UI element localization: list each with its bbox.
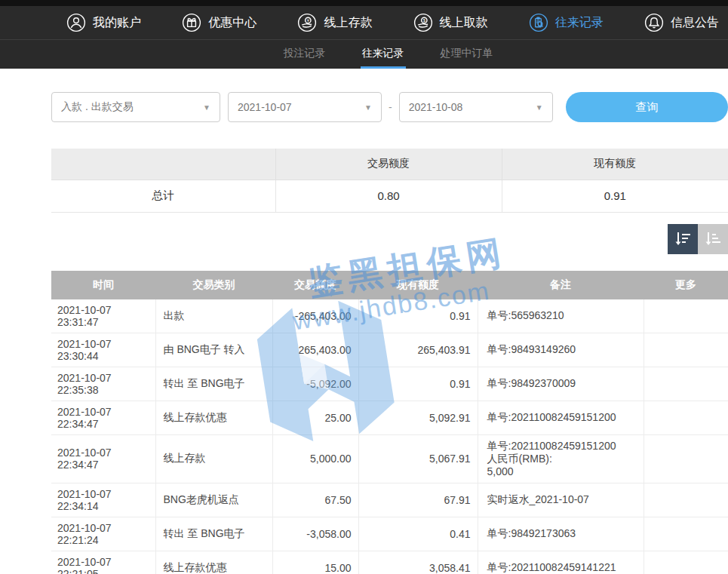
cell-time: 2021-10-07 22:21:05	[51, 551, 155, 574]
cell-more	[644, 333, 728, 367]
table-row: 2021-10-07 22:34:14BNG老虎机返点67.5067.91实时返…	[51, 483, 728, 517]
chevron-down-icon: ▼	[536, 103, 543, 112]
header-remark: 备注	[478, 271, 644, 299]
cell-transaction-amount: -5,092.00	[272, 367, 358, 401]
summary-table: 交易额度 现有额度 总计 0.80 0.91	[51, 149, 728, 213]
cell-more	[644, 551, 728, 574]
nav-item-promotions[interactable]: 优惠中心	[182, 13, 256, 32]
nav-item-deposit[interactable]: ¥ 线上存款	[297, 13, 372, 32]
cell-current-amount: 265,403.91	[358, 333, 478, 367]
cell-remark: 单号:202110082459151200	[478, 401, 644, 434]
chevron-down-icon: ▼	[203, 103, 210, 112]
table-row: 2021-10-07 23:31:47出款-265,403.000.91单号:5…	[51, 299, 728, 333]
cell-more	[644, 299, 728, 333]
transaction-type-select[interactable]: 入款 . 出款交易 ▼	[51, 92, 220, 122]
header-time: 时间	[51, 271, 155, 299]
cell-transaction-type: 线上存款	[155, 434, 272, 483]
cell-remark: 单号:98493149260	[478, 333, 644, 367]
cell-remark: 单号:202110082459141221	[478, 551, 644, 574]
top-strip	[0, 0, 728, 6]
cell-transaction-amount: 5,000.00	[272, 434, 358, 483]
transaction-type-value: 入款 . 出款交易	[61, 100, 134, 114]
cell-more	[644, 517, 728, 551]
cell-transaction-amount: 67.50	[272, 483, 358, 517]
svg-text:$: $	[422, 18, 425, 23]
cell-time: 2021-10-07 22:21:24	[51, 517, 155, 551]
cell-current-amount: 0.91	[358, 367, 478, 401]
header-more: 更多	[644, 271, 728, 299]
cell-current-amount: 5,067.91	[358, 434, 478, 483]
bell-icon	[644, 13, 664, 32]
cell-remark: 单号:202110082459151200人民币(RMB):5,000	[478, 434, 644, 483]
date-range-separator: -	[389, 101, 392, 113]
cell-transaction-type: 线上存款优惠	[155, 551, 272, 574]
cell-transaction-type: 由 BNG电子 转入	[155, 333, 272, 367]
nav-label: 优惠中心	[208, 15, 256, 31]
table-row: 2021-10-07 22:34:47线上存款5,000.005,067.91单…	[51, 434, 728, 483]
nav-label: 信息公告	[671, 15, 719, 31]
cell-remark: 实时返水_2021-10-07	[478, 483, 644, 517]
summary-header-current-amount: 现有额度	[502, 149, 728, 180]
cell-transaction-amount: 25.00	[272, 401, 358, 434]
cell-more	[644, 367, 728, 401]
search-button[interactable]: 查询	[566, 92, 728, 122]
nav-item-announcements[interactable]: 信息公告	[644, 13, 719, 32]
cell-current-amount: 5,092.91	[358, 401, 478, 434]
cell-more	[644, 434, 728, 483]
cell-transaction-type: 线上存款优惠	[155, 401, 272, 434]
transactions-tbody: 2021-10-07 23:31:47出款-265,403.000.91单号:5…	[51, 299, 728, 574]
sort-descending-icon	[674, 230, 692, 248]
summary-total-row: 总计 0.80 0.91	[51, 180, 728, 212]
date-from-value: 2021-10-07	[238, 101, 292, 113]
summary-transaction-amount: 0.80	[275, 180, 502, 212]
cell-time: 2021-10-07 22:35:38	[51, 367, 155, 401]
nav-label: 线上存款	[324, 15, 372, 31]
cell-transaction-type: 出款	[155, 299, 272, 333]
svg-text:¥: ¥	[307, 18, 310, 23]
cell-transaction-amount: 265,403.00	[272, 333, 358, 367]
tab-transaction-records[interactable]: 往来记录	[361, 40, 406, 69]
cell-time: 2021-10-07 22:34:47	[51, 434, 155, 483]
nav-label: 我的账户	[93, 15, 141, 31]
table-row: 2021-10-07 22:34:47线上存款优惠25.005,092.91单号…	[51, 401, 728, 434]
date-to-value: 2021-10-08	[409, 101, 463, 113]
gift-icon	[182, 13, 201, 32]
nav-item-withdraw[interactable]: $ 线上取款	[413, 13, 488, 32]
nav-item-my-account[interactable]: 我的账户	[66, 13, 141, 32]
chevron-down-icon: ▼	[364, 103, 372, 112]
transactions-header-row: 时间 交易类别 交易额度 现有额度 备注 更多	[51, 271, 728, 299]
sort-descending-button[interactable]	[668, 224, 698, 254]
cell-current-amount: 3,058.41	[358, 551, 478, 574]
cell-current-amount: 0.41	[358, 517, 478, 551]
nav-label: 线上取款	[440, 15, 488, 31]
cell-remark: 单号:98492370009	[478, 367, 644, 401]
sort-row	[51, 224, 728, 254]
cell-more	[644, 483, 728, 517]
summary-current-amount: 0.91	[502, 180, 728, 212]
table-row: 2021-10-07 22:35:38转出 至 BNG电子-5,092.000.…	[51, 367, 728, 401]
date-to-select[interactable]: 2021-10-08 ▼	[399, 92, 553, 122]
table-row: 2021-10-07 22:21:24转出 至 BNG电子-3,058.000.…	[51, 517, 728, 551]
cell-transaction-amount: -3,058.00	[272, 517, 358, 551]
subnav: 投注记录 往来记录 处理中订单	[0, 39, 728, 69]
summary-header-empty	[51, 149, 275, 180]
cell-current-amount: 67.91	[358, 483, 478, 517]
cell-remark: 单号:565963210	[478, 299, 644, 333]
cell-more	[644, 401, 728, 434]
cell-time: 2021-10-07 22:34:14	[51, 483, 155, 517]
sort-ascending-button[interactable]	[698, 224, 728, 254]
header-transaction-amount: 交易额度	[272, 271, 358, 299]
cell-transaction-type: 转出 至 BNG电子	[155, 517, 272, 551]
tab-processing-orders[interactable]: 处理中订单	[439, 40, 495, 69]
cell-remark: 单号:98492173063	[478, 517, 644, 551]
cell-time: 2021-10-07 22:34:47	[51, 401, 155, 434]
cell-transaction-amount: -265,403.00	[272, 299, 358, 333]
date-from-select[interactable]: 2021-10-07 ▼	[228, 92, 382, 122]
header-current-amount: 现有额度	[358, 271, 478, 299]
table-row: 2021-10-07 23:30:44由 BNG电子 转入265,403.002…	[51, 333, 728, 367]
tab-betting-records[interactable]: 投注记录	[282, 40, 327, 69]
cell-transaction-type: 转出 至 BNG电子	[155, 367, 272, 401]
nav-item-records[interactable]: 往来记录	[529, 13, 604, 32]
filter-row: 入款 . 出款交易 ▼ 2021-10-07 ▼ - 2021-10-08 ▼ …	[51, 92, 728, 122]
cell-time: 2021-10-07 23:31:47	[51, 299, 155, 333]
